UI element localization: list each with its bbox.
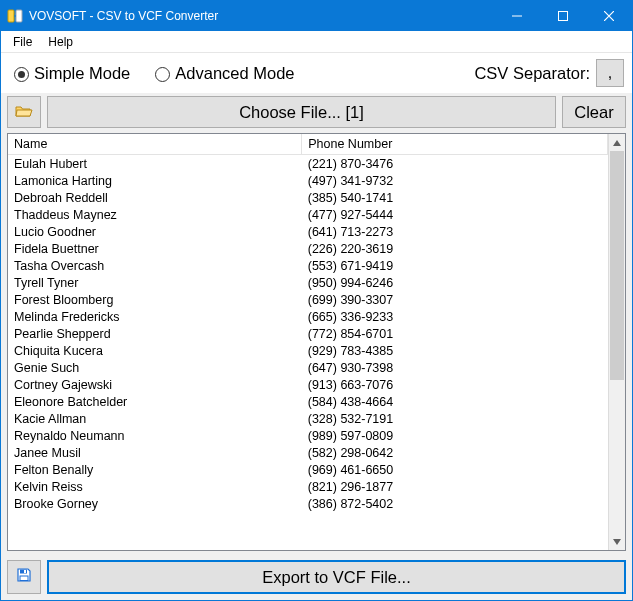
cell-name: Eleonore Batchelder — [8, 393, 302, 410]
cell-name: Felton Benally — [8, 461, 302, 478]
table-row[interactable]: Eulah Hubert(221) 870-3476 — [8, 155, 608, 173]
cell-phone: (665) 336-9233 — [302, 308, 608, 325]
cell-name: Debroah Reddell — [8, 189, 302, 206]
cell-phone: (226) 220-3619 — [302, 240, 608, 257]
cell-phone: (386) 872-5402 — [302, 495, 608, 512]
app-window: VOVSOFT - CSV to VCF Converter File Help… — [0, 0, 633, 601]
cell-phone: (929) 783-4385 — [302, 342, 608, 359]
cell-name: Chiquita Kucera — [8, 342, 302, 359]
cell-name: Thaddeus Maynez — [8, 206, 302, 223]
simple-mode-input[interactable] — [14, 67, 29, 82]
menu-file[interactable]: File — [5, 33, 40, 51]
cell-phone: (582) 298-0642 — [302, 444, 608, 461]
clear-label: Clear — [574, 103, 613, 122]
table-row[interactable]: Forest Bloomberg(699) 390-3307 — [8, 291, 608, 308]
csv-separator-button[interactable]: , — [596, 59, 624, 87]
table-row[interactable]: Lucio Goodner(641) 713-2273 — [8, 223, 608, 240]
cell-name: Genie Such — [8, 359, 302, 376]
cell-name: Lamonica Harting — [8, 172, 302, 189]
advanced-mode-label: Advanced Mode — [175, 64, 294, 83]
cell-name: Melinda Fredericks — [8, 308, 302, 325]
data-table-container: Name Phone Number Eulah Hubert(221) 870-… — [7, 133, 626, 551]
cell-name: Janee Musil — [8, 444, 302, 461]
cell-phone: (641) 713-2273 — [302, 223, 608, 240]
cell-phone: (477) 927-5444 — [302, 206, 608, 223]
maximize-button[interactable] — [540, 1, 586, 31]
table-row[interactable]: Chiquita Kucera(929) 783-4385 — [8, 342, 608, 359]
table-row[interactable]: Eleonore Batchelder(584) 438-4664 — [8, 393, 608, 410]
svg-rect-0 — [8, 10, 14, 22]
app-icon — [7, 8, 23, 24]
cell-name: Kelvin Reiss — [8, 478, 302, 495]
export-label: Export to VCF File... — [262, 568, 411, 587]
titlebar[interactable]: VOVSOFT - CSV to VCF Converter — [1, 1, 632, 31]
cell-phone: (584) 438-4664 — [302, 393, 608, 410]
cell-name: Cortney Gajewski — [8, 376, 302, 393]
table-row[interactable]: Janee Musil(582) 298-0642 — [8, 444, 608, 461]
table-row[interactable]: Fidela Buettner(226) 220-3619 — [8, 240, 608, 257]
cell-name: Fidela Buettner — [8, 240, 302, 257]
table-row[interactable]: Brooke Gorney(386) 872-5402 — [8, 495, 608, 512]
table-row[interactable]: Lamonica Harting(497) 341-9732 — [8, 172, 608, 189]
table-row[interactable]: Debroah Reddell(385) 540-1741 — [8, 189, 608, 206]
scroll-track[interactable] — [609, 151, 625, 533]
cell-phone: (821) 296-1877 — [302, 478, 608, 495]
simple-mode-radio[interactable]: Simple Mode — [9, 64, 130, 83]
cell-name: Pearlie Shepperd — [8, 325, 302, 342]
clear-button[interactable]: Clear — [562, 96, 626, 128]
file-toolbar: Choose File... [1] Clear — [1, 93, 632, 131]
cell-phone: (989) 597-0809 — [302, 427, 608, 444]
cell-name: Tasha Overcash — [8, 257, 302, 274]
window-title: VOVSOFT - CSV to VCF Converter — [29, 9, 494, 23]
svg-rect-1 — [16, 10, 22, 22]
svg-rect-4 — [24, 570, 26, 573]
menubar: File Help — [1, 31, 632, 53]
scroll-thumb[interactable] — [610, 151, 624, 380]
choose-file-button[interactable]: Choose File... [1] — [47, 96, 556, 128]
advanced-mode-radio[interactable]: Advanced Mode — [150, 64, 294, 83]
cell-name: Brooke Gorney — [8, 495, 302, 512]
table-row[interactable]: Tyrell Tyner(950) 994-6246 — [8, 274, 608, 291]
scroll-up-button[interactable] — [609, 134, 625, 151]
advanced-mode-input[interactable] — [155, 67, 170, 82]
data-table-scroll[interactable]: Name Phone Number Eulah Hubert(221) 870-… — [8, 134, 608, 550]
save-button[interactable] — [7, 560, 41, 594]
choose-file-label: Choose File... [1] — [239, 103, 364, 122]
folder-open-icon — [15, 103, 33, 122]
cell-phone: (913) 663-7076 — [302, 376, 608, 393]
table-row[interactable]: Melinda Fredericks(665) 336-9233 — [8, 308, 608, 325]
menu-help[interactable]: Help — [40, 33, 81, 51]
cell-name: Tyrell Tyner — [8, 274, 302, 291]
cell-phone: (647) 930-7398 — [302, 359, 608, 376]
table-row[interactable]: Reynaldo Neumann(989) 597-0809 — [8, 427, 608, 444]
table-row[interactable]: Pearlie Shepperd(772) 854-6701 — [8, 325, 608, 342]
export-button[interactable]: Export to VCF File... — [47, 560, 626, 594]
csv-separator-label: CSV Separator: — [474, 64, 590, 83]
cell-phone: (221) 870-3476 — [302, 155, 608, 173]
table-row[interactable]: Thaddeus Maynez(477) 927-5444 — [8, 206, 608, 223]
table-row[interactable]: Tasha Overcash(553) 671-9419 — [8, 257, 608, 274]
cell-name: Eulah Hubert — [8, 155, 302, 173]
column-header-phone[interactable]: Phone Number — [302, 134, 608, 155]
vertical-scrollbar[interactable] — [608, 134, 625, 550]
floppy-disk-icon — [16, 567, 32, 587]
export-row: Export to VCF File... — [1, 555, 632, 600]
simple-mode-label: Simple Mode — [34, 64, 130, 83]
cell-phone: (497) 341-9732 — [302, 172, 608, 189]
column-header-name[interactable]: Name — [8, 134, 302, 155]
table-row[interactable]: Cortney Gajewski(913) 663-7076 — [8, 376, 608, 393]
table-row[interactable]: Kelvin Reiss(821) 296-1877 — [8, 478, 608, 495]
cell-name: Lucio Goodner — [8, 223, 302, 240]
cell-phone: (950) 994-6246 — [302, 274, 608, 291]
minimize-button[interactable] — [494, 1, 540, 31]
close-button[interactable] — [586, 1, 632, 31]
cell-name: Reynaldo Neumann — [8, 427, 302, 444]
table-row[interactable]: Genie Such(647) 930-7398 — [8, 359, 608, 376]
svg-rect-2 — [559, 12, 568, 21]
cell-phone: (699) 390-3307 — [302, 291, 608, 308]
scroll-down-button[interactable] — [609, 533, 625, 550]
table-row[interactable]: Felton Benally(969) 461-6650 — [8, 461, 608, 478]
table-row[interactable]: Kacie Allman(328) 532-7191 — [8, 410, 608, 427]
data-table: Name Phone Number Eulah Hubert(221) 870-… — [8, 134, 608, 512]
open-folder-button[interactable] — [7, 96, 41, 128]
